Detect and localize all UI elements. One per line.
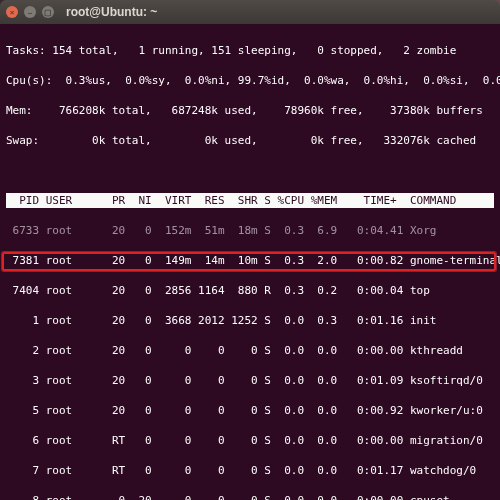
process-row: 5 root 20 0 0 0 0 S 0.0 0.0 0:00.92 kwor… [6,403,494,418]
process-row: 3 root 20 0 0 0 0 S 0.0 0.0 0:01.09 ksof… [6,373,494,388]
close-icon[interactable]: × [6,6,18,18]
blank-line [6,163,494,178]
process-row-text: 7381 root 20 0 149m 14m 10m S 0.3 2.0 0:… [6,254,500,267]
summary-cpu: Cpu(s): 0.3%us, 0.0%sy, 0.0%ni, 99.7%id,… [6,73,494,88]
process-row: 1 root 20 0 3668 2012 1252 S 0.0 0.3 0:0… [6,313,494,328]
summary-tasks: Tasks: 154 total, 1 running, 151 sleepin… [6,43,494,58]
process-row: 8 root 0 -20 0 0 0 S 0.0 0.0 0:00.00 cpu… [6,493,494,500]
process-row: 7404 root 20 0 2856 1164 880 R 0.3 0.2 0… [6,283,494,298]
desktop-background: × – ▢ root@Ubuntu: ~ Tasks: 154 total, 1… [0,0,500,500]
process-row: 6 root RT 0 0 0 0 S 0.0 0.0 0:00.00 migr… [6,433,494,448]
minimize-icon[interactable]: – [24,6,36,18]
terminal-body[interactable]: Tasks: 154 total, 1 running, 151 sleepin… [0,24,500,500]
window-title: root@Ubuntu: ~ [66,5,157,19]
process-row: 7 root RT 0 0 0 0 S 0.0 0.0 0:01.17 watc… [6,463,494,478]
terminal-window: × – ▢ root@Ubuntu: ~ Tasks: 154 total, 1… [0,0,500,500]
process-row: 6733 root 20 0 152m 51m 18m S 0.3 6.9 0:… [6,223,494,238]
window-titlebar[interactable]: × – ▢ root@Ubuntu: ~ [0,0,500,24]
process-row-highlighted: 7381 root 20 0 149m 14m 10m S 0.3 2.0 0:… [6,253,494,268]
summary-mem: Mem: 766208k total, 687248k used, 78960k… [6,103,494,118]
summary-swap: Swap: 0k total, 0k used, 0k free, 332076… [6,133,494,148]
maximize-icon[interactable]: ▢ [42,6,54,18]
process-row: 2 root 20 0 0 0 0 S 0.0 0.0 0:00.00 kthr… [6,343,494,358]
process-header: PID USER PR NI VIRT RES SHR S %CPU %MEM … [6,193,494,208]
